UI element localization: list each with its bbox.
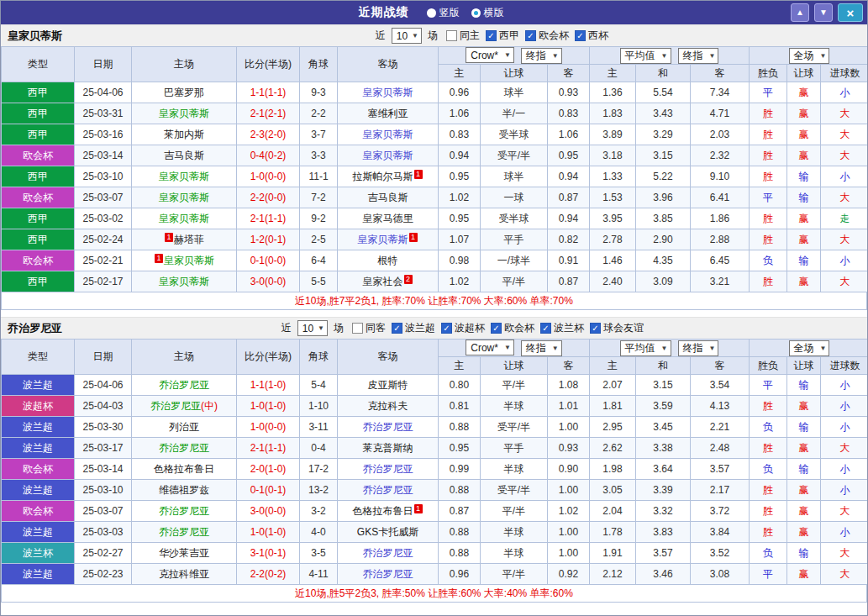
recent-count-select[interactable]: 10▼ <box>392 28 422 44</box>
away-team-cell[interactable]: 色格拉布鲁日1 <box>338 501 439 522</box>
away-team-cell[interactable]: 皇家贝蒂斯 <box>338 124 439 145</box>
filter-checkbox[interactable]: ✓球会友谊 <box>590 321 644 335</box>
score-cell[interactable]: 0-1(0-1) <box>237 480 300 501</box>
home-team-cell[interactable]: 列治亚 <box>132 417 237 438</box>
away-team-cell[interactable]: 吉马良斯 <box>338 187 439 208</box>
asian-away-odds: 0.94 <box>548 166 590 187</box>
column-header: 和 <box>636 65 691 82</box>
filter-checkbox[interactable]: ✓波超杯 <box>441 321 485 335</box>
europe-type-select[interactable]: 平均值▼ <box>620 340 671 356</box>
move-up-button[interactable]: ▲ <box>791 3 809 22</box>
home-team-cell[interactable]: 莱加内斯 <box>132 124 237 145</box>
home-team-cell[interactable]: 乔治罗尼亚 <box>132 501 237 522</box>
score-cell[interactable]: 1-0(1-0) <box>237 522 300 543</box>
home-team-cell[interactable]: 皇家贝蒂斯 <box>132 187 237 208</box>
team-label: 巴塞罗那 <box>164 87 204 98</box>
score-cell[interactable]: 2-3(2-0) <box>237 124 300 145</box>
europe-stage-select[interactable]: 终指▼ <box>678 340 719 356</box>
europe-draw-odds: 3.39 <box>636 480 691 501</box>
home-team-cell[interactable]: 乔治罗尼亚 <box>132 438 237 459</box>
score-cell[interactable]: 3-1(0-1) <box>237 543 300 564</box>
away-team-cell[interactable]: 克拉科夫 <box>338 396 439 417</box>
away-team-cell[interactable]: 皇家贝蒂斯1 <box>338 229 439 250</box>
red-card-badge: 1 <box>155 254 163 263</box>
team-label: 皮亚斯特 <box>368 379 408 391</box>
score-cell[interactable]: 1-1(1-1) <box>237 82 300 103</box>
away-team-cell[interactable]: 塞维利亚 <box>338 103 439 124</box>
table-body: 西甲25-04-06巴塞罗那1-1(1-1)9-3皇家贝蒂斯0.96球半0.93… <box>2 82 868 292</box>
score-cell[interactable]: 2-0(1-0) <box>237 459 300 480</box>
team-label: 塞维利亚 <box>368 108 408 119</box>
home-team-cell[interactable]: 色格拉布鲁日 <box>132 459 237 480</box>
home-team-cell[interactable]: 吉马良斯 <box>132 145 237 166</box>
europe-type-select[interactable]: 平均值▼ <box>620 48 671 64</box>
away-team-cell[interactable]: GKS卡托威斯 <box>338 522 439 543</box>
score-cell[interactable]: 1-0(1-0) <box>237 396 300 417</box>
team-label: 吉马良斯 <box>368 192 408 203</box>
away-team-cell[interactable]: 乔治罗尼亚 <box>338 480 439 501</box>
away-team-cell[interactable]: 皇家贝蒂斯 <box>338 82 439 103</box>
score-cell[interactable]: 2-2(0-0) <box>237 187 300 208</box>
home-team-cell[interactable]: 乔治罗尼亚 <box>132 522 237 543</box>
score-cell[interactable]: 3-0(0-0) <box>237 501 300 522</box>
column-header: 客 <box>691 65 750 82</box>
home-team-cell[interactable]: 维德祖罗兹 <box>132 480 237 501</box>
score-cell[interactable]: 1-1(1-0) <box>237 375 300 396</box>
layout-vertical-radio[interactable]: 竖版 <box>427 6 460 20</box>
away-team-cell[interactable]: 乔治罗尼亚 <box>338 417 439 438</box>
away-team-cell[interactable]: 乔治罗尼亚 <box>338 543 439 564</box>
score-cell[interactable]: 1-2(0-1) <box>237 229 300 250</box>
home-team-cell[interactable]: 巴塞罗那 <box>132 82 237 103</box>
select-value: 终指 <box>526 49 546 63</box>
away-team-cell[interactable]: 莱克普斯纳 <box>338 438 439 459</box>
score-cell[interactable]: 2-1(1-1) <box>237 208 300 229</box>
score-cell[interactable]: 0-1(0-0) <box>237 250 300 271</box>
odds-company-select[interactable]: Crow*▼ <box>466 47 514 63</box>
odds-stage-select[interactable]: 终指▼ <box>521 48 562 64</box>
odds-stage-select[interactable]: 终指▼ <box>521 340 562 356</box>
away-team-cell[interactable]: 皇家贝蒂斯 <box>338 145 439 166</box>
filter-checkbox[interactable]: ✓西杯 <box>575 29 608 43</box>
away-team-cell[interactable]: 乔治罗尼亚 <box>338 459 439 480</box>
filter-checkbox[interactable]: ✓欧会杯 <box>525 29 569 43</box>
team-label: 皇家贝蒂斯 <box>363 150 413 161</box>
filter-checkbox[interactable]: ✓波兰杯 <box>540 321 584 335</box>
score-cell[interactable]: 2-1(1-1) <box>237 438 300 459</box>
layout-horizontal-radio[interactable]: 横版 <box>471 6 504 20</box>
recent-count-select[interactable]: 10▼ <box>297 320 328 336</box>
scope-select[interactable]: 全场▼ <box>789 48 830 64</box>
score-cell[interactable]: 1-0(0-0) <box>237 166 300 187</box>
filter-checkbox[interactable]: 同客 <box>352 321 386 335</box>
home-team-cell[interactable]: 皇家贝蒂斯 <box>132 103 237 124</box>
home-team-cell[interactable]: 皇家贝蒂斯 <box>132 271 237 292</box>
home-team-cell[interactable]: 皇家贝蒂斯 <box>132 208 237 229</box>
europe-stage-select[interactable]: 终指▼ <box>678 48 719 64</box>
home-team-cell[interactable]: 华沙莱吉亚 <box>132 543 237 564</box>
away-team-cell[interactable]: 乔治罗尼亚 <box>338 564 439 585</box>
away-team-cell[interactable]: 拉斯帕尔马斯1 <box>338 166 439 187</box>
odds-company-select[interactable]: Crow*▼ <box>466 340 514 355</box>
score-cell[interactable]: 2-1(2-1) <box>237 103 300 124</box>
filter-checkbox[interactable]: ✓欧会杯 <box>491 321 534 335</box>
away-team-cell[interactable]: 皇家社会2 <box>338 271 439 292</box>
home-team-cell[interactable]: 1赫塔菲 <box>132 229 237 250</box>
filter-checkbox[interactable]: ✓波兰超 <box>392 321 435 335</box>
home-team-cell[interactable]: 乔治罗尼亚 <box>132 375 237 396</box>
filter-checkbox[interactable]: ✓西甲 <box>486 29 519 43</box>
europe-away-odds: 1.86 <box>691 208 750 229</box>
filter-checkbox[interactable]: 同主 <box>446 29 480 43</box>
home-team-cell[interactable]: 1皇家贝蒂斯 <box>132 250 237 271</box>
away-team-cell[interactable]: 根特 <box>338 250 439 271</box>
home-team-cell[interactable]: 克拉科维亚 <box>132 564 237 585</box>
move-down-button[interactable]: ▼ <box>814 3 833 22</box>
score-cell[interactable]: 0-4(0-2) <box>237 145 300 166</box>
score-cell[interactable]: 1-0(0-0) <box>237 417 300 438</box>
home-team-cell[interactable]: 乔治罗尼亚(中) <box>132 396 237 417</box>
score-cell[interactable]: 3-0(0-0) <box>237 271 300 292</box>
score-cell[interactable]: 2-2(0-2) <box>237 564 300 585</box>
scope-select[interactable]: 全场▼ <box>789 340 830 356</box>
close-button[interactable]: × <box>838 3 863 22</box>
away-team-cell[interactable]: 皇家马德里 <box>338 208 439 229</box>
home-team-cell[interactable]: 皇家贝蒂斯 <box>132 166 237 187</box>
away-team-cell[interactable]: 皮亚斯特 <box>338 375 439 396</box>
